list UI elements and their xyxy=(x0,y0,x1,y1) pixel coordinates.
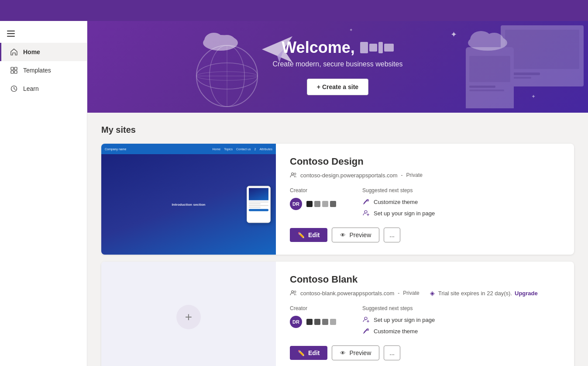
sidebar: Home Templates Learn xyxy=(0,21,87,366)
action-row-blank: ✏️ Edit 👁 Preview ... xyxy=(290,345,560,360)
tile-3 xyxy=(378,42,383,53)
thumb-intro-text: Introduction section xyxy=(172,203,206,207)
svg-point-35 xyxy=(294,291,296,293)
person-setup-icon xyxy=(362,209,370,217)
next-step-signin-blank[interactable]: Set up your sign in page xyxy=(362,316,435,324)
svg-point-34 xyxy=(292,291,294,293)
swatch-1 xyxy=(306,201,313,207)
more-button-design[interactable]: ... xyxy=(384,228,400,242)
edit-button-design[interactable]: ✏️ Edit xyxy=(290,228,327,242)
mobile-line-4 xyxy=(249,207,261,208)
hamburger-icon xyxy=(7,30,15,38)
next-steps-design: Customize theme xyxy=(362,198,435,217)
next-step-customize-theme[interactable]: Customize theme xyxy=(362,198,418,206)
mobile-line-2 xyxy=(249,204,261,204)
svg-rect-4 xyxy=(14,67,17,70)
next-steps-label-design: Suggested next steps xyxy=(362,187,435,193)
templates-icon xyxy=(10,66,18,74)
avatar-design: DR xyxy=(290,198,302,210)
star-decoration: ✦ xyxy=(450,30,457,39)
avatar-blank: DR xyxy=(290,316,302,328)
swatch-2 xyxy=(314,201,320,207)
preview-label-blank: Preview xyxy=(349,349,371,356)
mobile-line-1 xyxy=(249,202,268,203)
create-site-button[interactable]: + Create a site xyxy=(307,79,368,95)
site-info-design: Contoso Design contoso-design.powerappsp… xyxy=(276,144,574,255)
site-info-blank: Contoso Blank contoso-blank.powerappspor… xyxy=(276,262,574,366)
svg-rect-5 xyxy=(11,71,14,73)
creator-col-blank: Creator DR xyxy=(290,305,336,335)
site-url-blank: contoso-blank.powerappsportals.com xyxy=(300,290,394,297)
site-url-design: contoso-design.powerappsportals.com xyxy=(300,172,398,179)
cloud-left-decoration xyxy=(201,30,240,53)
people-icon xyxy=(290,172,297,179)
svg-rect-1 xyxy=(7,33,15,34)
add-site-button[interactable]: + xyxy=(176,305,201,329)
info-row-blank: Creator DR xyxy=(290,305,560,335)
svg-rect-6 xyxy=(14,71,17,73)
my-sites-section: My sites Company name Home Topics Contac… xyxy=(87,113,588,366)
color-swatches-design xyxy=(306,201,336,207)
customize-theme-label: Customize theme xyxy=(374,199,418,205)
info-row-design: Creator DR xyxy=(290,187,560,217)
sidebar-item-home[interactable]: Home xyxy=(0,43,87,61)
pencil-icon-blank: ✏️ xyxy=(298,350,305,356)
mobile-line-3 xyxy=(249,205,268,206)
people-icon-blank xyxy=(290,290,297,297)
svg-point-30 xyxy=(292,173,294,175)
svg-point-18 xyxy=(218,35,236,49)
upgrade-link[interactable]: Upgrade xyxy=(515,290,538,297)
thumb-nav-1: Home xyxy=(213,148,221,151)
swatch-b3 xyxy=(322,319,328,325)
preview-button-blank[interactable]: 👁 Preview xyxy=(332,345,379,360)
welcome-text: Welcome, xyxy=(282,38,354,57)
eye-icon-blank: 👁 xyxy=(340,350,346,356)
signin-label-design: Set up your sign in page xyxy=(374,210,435,217)
swatch-b2 xyxy=(314,319,320,325)
site-name-blank: Contoso Blank xyxy=(290,274,560,285)
next-step-customize-blank[interactable]: Customize theme xyxy=(362,327,418,335)
preview-button-design[interactable]: 👁 Preview xyxy=(332,228,379,242)
learn-icon xyxy=(10,85,18,93)
sidebar-item-learn[interactable]: Learn xyxy=(0,79,87,98)
more-button-blank[interactable]: ... xyxy=(384,345,400,360)
site-visibility-label-blank: Private xyxy=(403,290,419,296)
edit-button-blank[interactable]: ✏️ Edit xyxy=(290,346,327,360)
brush-icon-blank xyxy=(362,327,370,335)
color-swatches-blank xyxy=(306,319,336,325)
star3-decoration: ✦ xyxy=(349,28,353,32)
cloud-right-decoration xyxy=(466,28,509,53)
mobile-cta xyxy=(249,209,268,211)
mobile-content xyxy=(247,186,270,213)
site-visibility-label-design: Private xyxy=(406,172,423,178)
svg-point-29 xyxy=(485,33,504,48)
star2-decoration: ✦ xyxy=(531,93,536,100)
next-steps-label-blank: Suggested next steps xyxy=(362,305,435,311)
edit-label-design: Edit xyxy=(308,231,320,238)
thumb-nav-5: Attributes xyxy=(259,148,272,151)
svg-point-32 xyxy=(367,200,369,201)
site-visibility-design: - xyxy=(401,172,403,178)
sidebar-toggle[interactable] xyxy=(0,24,87,43)
customize-theme-label-blank: Customize theme xyxy=(374,328,418,335)
creator-row-design: DR xyxy=(290,198,336,210)
next-step-signin-design[interactable]: Set up your sign in page xyxy=(362,209,435,217)
site-visibility-blank: - xyxy=(398,290,399,296)
site-thumbnail-blank: + xyxy=(101,262,276,366)
thumb-nav-2: Topics xyxy=(224,148,233,151)
pencil-icon-design: ✏️ xyxy=(298,232,305,238)
tile-4 xyxy=(384,44,394,52)
signin-label-blank: Set up your sign in page xyxy=(374,317,435,323)
svg-rect-3 xyxy=(11,67,14,70)
diamond-icon: ◈ xyxy=(430,290,435,297)
tile-1 xyxy=(360,42,368,53)
username-tiles xyxy=(360,42,394,53)
hero-subtitle: Create modern, secure business websites xyxy=(273,60,403,68)
sidebar-item-templates[interactable]: Templates xyxy=(0,61,87,79)
sidebar-label-home: Home xyxy=(23,48,40,55)
sidebar-label-learn: Learn xyxy=(23,85,39,92)
tile-2 xyxy=(369,44,377,52)
site-url-row-blank: contoso-blank.powerappsportals.com - Pri… xyxy=(290,290,560,297)
creator-col-design: Creator DR xyxy=(290,187,336,217)
brush-icon xyxy=(362,198,370,206)
